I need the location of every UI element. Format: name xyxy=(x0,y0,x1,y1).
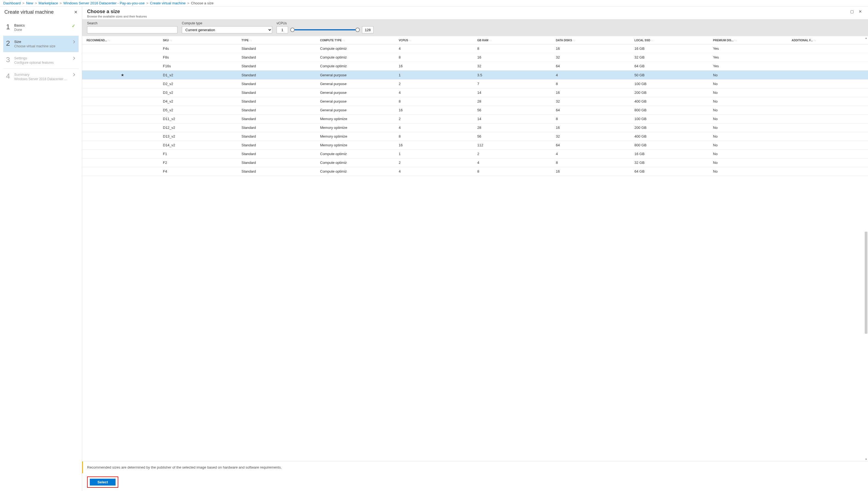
scroll-down-icon[interactable]: ▼ xyxy=(864,457,868,461)
breadcrumb-link[interactable]: Marketplace xyxy=(38,1,58,5)
size-row[interactable]: F8sStandardCompute optimiz8163232 GBYes xyxy=(82,53,868,62)
star-icon: ★ xyxy=(121,73,124,77)
slider-thumb-max[interactable] xyxy=(355,28,360,32)
size-table-container[interactable]: RECOMMEND...↑↓SKU↑↓TYPE↑↓COMPUTE TYPE↑↓V… xyxy=(82,36,868,461)
scroll-thumb[interactable] xyxy=(865,232,867,334)
vcpu-min-input[interactable] xyxy=(276,26,288,33)
wizard-steps-panel: Create virtual machine ✕ 1BasicsDone✓2Si… xyxy=(0,6,82,491)
size-row[interactable]: F16sStandardCompute optimiz16326464 GBYe… xyxy=(82,62,868,70)
cell-type: Standard xyxy=(239,167,318,176)
size-row[interactable]: D11_v2StandardMemory optimize2148100 GBN… xyxy=(82,115,868,123)
cell-ct: Compute optimiz xyxy=(318,44,397,53)
wizard-step-settings[interactable]: 3SettingsConfigure optional features xyxy=(3,52,79,68)
cell-add xyxy=(789,70,868,80)
select-button[interactable]: Select xyxy=(90,479,115,486)
size-row[interactable]: F1StandardCompute optimiz12416 GBNo xyxy=(82,150,868,158)
size-row[interactable]: D14_v2StandardMemory optimize1611264800 … xyxy=(82,141,868,150)
column-header[interactable]: TYPE↑↓ xyxy=(239,36,318,44)
cell-vcpu: 16 xyxy=(397,62,475,70)
step-title: Settings xyxy=(14,56,76,60)
cell-ram: 2 xyxy=(475,150,554,158)
size-row[interactable]: D5_v2StandardGeneral purpose165664800 GB… xyxy=(82,106,868,115)
step-number: 1 xyxy=(6,23,14,30)
slider-thumb-min[interactable] xyxy=(290,28,295,32)
cell-dd: 64 xyxy=(554,141,632,150)
cell-add xyxy=(789,97,868,106)
column-label: LOCAL SSD xyxy=(634,39,650,42)
column-header[interactable]: GB RAM↑↓ xyxy=(475,36,554,44)
cell-type: Standard xyxy=(239,106,318,115)
column-label: TYPE xyxy=(242,39,249,42)
cell-type: Standard xyxy=(239,62,318,70)
column-header[interactable]: VCPUS↑↓ xyxy=(397,36,475,44)
cell-type: Standard xyxy=(239,44,318,53)
breadcrumb-link[interactable]: Dashboard xyxy=(3,1,21,5)
wizard-step-summary[interactable]: 4SummaryWindows Server 2016 Datacenter .… xyxy=(3,68,79,85)
size-row[interactable]: D3_v2StandardGeneral purpose41416200 GBN… xyxy=(82,88,868,97)
cell-dd: 16 xyxy=(554,88,632,97)
cell-rec xyxy=(82,141,161,150)
cell-vcpu: 16 xyxy=(397,141,475,150)
size-row[interactable]: F2StandardCompute optimiz24832 GBNo xyxy=(82,158,868,167)
cell-ssd: 100 GB xyxy=(632,115,711,123)
column-header[interactable]: LOCAL SSD↑↓ xyxy=(632,36,711,44)
size-row[interactable]: D2_v2StandardGeneral purpose278100 GBNo xyxy=(82,80,868,88)
size-row[interactable]: D12_v2StandardMemory optimize42816200 GB… xyxy=(82,123,868,132)
cell-ram: 8 xyxy=(475,167,554,176)
cell-vcpu: 8 xyxy=(397,53,475,62)
compute-type-select[interactable]: Current generation xyxy=(182,26,272,33)
column-header[interactable]: RECOMMEND...↑↓ xyxy=(82,36,161,44)
cell-ram: 4 xyxy=(475,158,554,167)
column-header[interactable]: SKU↑↓ xyxy=(161,36,239,44)
breadcrumb-link[interactable]: New xyxy=(26,1,33,5)
breadcrumb-link[interactable]: Create virtual machine xyxy=(150,1,186,5)
cell-add xyxy=(789,123,868,132)
column-header[interactable]: COMPUTE TYPE↑↓ xyxy=(318,36,397,44)
vcpu-slider[interactable] xyxy=(291,27,359,33)
sort-icon: ↑↓ xyxy=(651,39,654,42)
sort-icon: ↑↓ xyxy=(734,39,737,42)
chevron-right-icon: > xyxy=(35,1,37,5)
cell-add xyxy=(789,150,868,158)
cell-add xyxy=(789,62,868,70)
close-icon[interactable]: ✕ xyxy=(858,9,863,14)
wizard-step-size[interactable]: 2SizeChoose virtual machine size xyxy=(3,35,79,52)
cell-prem: No xyxy=(711,141,789,150)
column-header[interactable]: ADDITIONAL F...↑↓ xyxy=(789,36,868,44)
breadcrumb-link[interactable]: Windows Server 2016 Datacenter - Pay-as-… xyxy=(63,1,144,5)
cell-type: Standard xyxy=(239,158,318,167)
cell-rec xyxy=(82,106,161,115)
cell-sku: F2 xyxy=(161,158,239,167)
cell-prem: No xyxy=(711,80,789,88)
wizard-step-basics[interactable]: 1BasicsDone✓ xyxy=(3,20,79,35)
step-subtitle: Done xyxy=(14,28,76,32)
column-header[interactable]: DATA DISKS↑↓ xyxy=(554,36,632,44)
step-subtitle: Windows Server 2016 Datacenter ... xyxy=(14,77,76,81)
cell-ssd: 800 GB xyxy=(632,141,711,150)
step-number: 2 xyxy=(6,40,14,47)
vcpu-max-input[interactable] xyxy=(362,26,374,33)
search-input[interactable] xyxy=(87,26,178,33)
maximize-icon[interactable]: ▢ xyxy=(849,9,855,14)
size-row[interactable]: F4sStandardCompute optimiz481616 GBYes xyxy=(82,44,868,53)
column-header[interactable]: PREMIUM DIS...↑↓ xyxy=(711,36,789,44)
step-subtitle: Choose virtual machine size xyxy=(14,44,76,48)
search-label: Search xyxy=(87,21,178,25)
cell-dd: 4 xyxy=(554,150,632,158)
cell-sku: D1_v2 xyxy=(161,70,239,80)
size-row[interactable]: D13_v2StandardMemory optimize85632400 GB… xyxy=(82,132,868,141)
cell-dd: 8 xyxy=(554,115,632,123)
step-title: Basics xyxy=(14,23,76,27)
cell-sku: D3_v2 xyxy=(161,88,239,97)
size-row[interactable]: F4StandardCompute optimiz481664 GBNo xyxy=(82,167,868,176)
chevron-right-icon: > xyxy=(187,1,189,5)
close-icon[interactable]: ✕ xyxy=(74,10,78,15)
column-label: DATA DISKS xyxy=(556,39,572,42)
step-number: 4 xyxy=(6,73,14,80)
check-icon: ✓ xyxy=(72,23,75,28)
size-row[interactable]: ★D1_v2StandardGeneral purpose13.5450 GBN… xyxy=(82,70,868,80)
cell-rec xyxy=(82,150,161,158)
cell-add xyxy=(789,106,868,115)
cell-rec: ★ xyxy=(82,70,161,80)
size-row[interactable]: D4_v2StandardGeneral purpose82832400 GBN… xyxy=(82,97,868,106)
